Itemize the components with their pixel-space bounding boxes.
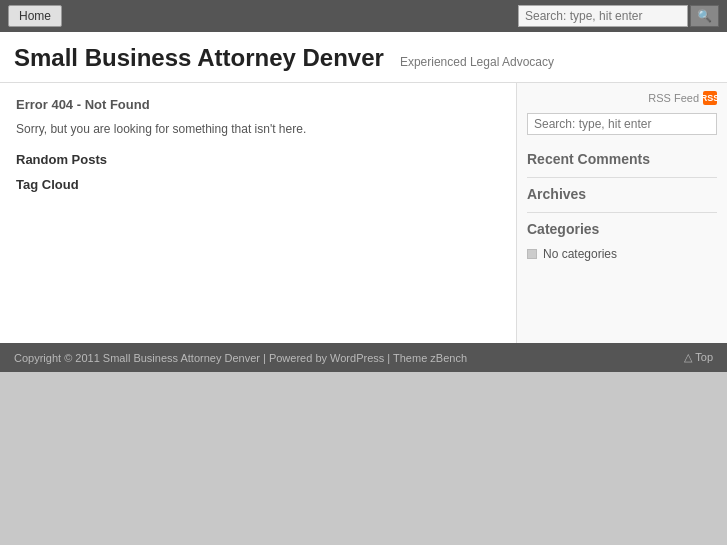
topbar-search-button[interactable]: 🔍	[690, 5, 719, 27]
rss-icon[interactable]: RSS	[703, 91, 717, 105]
topbar-search-area: 🔍	[518, 5, 719, 27]
error-title: Error 404 - Not Found	[16, 97, 500, 112]
sidebar-search	[527, 113, 717, 147]
category-bullet	[527, 249, 537, 259]
footer: Copyright © 2011 Small Business Attorney…	[0, 343, 727, 372]
sidebar-divider-2	[527, 212, 717, 213]
copyright-text: Copyright © 2011 Small Business Attorney…	[14, 352, 467, 364]
archives-title: Archives	[527, 186, 717, 204]
site-tagline: Experienced Legal Advocacy	[400, 55, 554, 69]
home-button[interactable]: Home	[8, 5, 62, 27]
categories-section: Categories No categories	[527, 221, 717, 261]
sidebar-search-input[interactable]	[527, 113, 717, 135]
back-to-top[interactable]: △ Top	[684, 351, 713, 364]
categories-title: Categories	[527, 221, 717, 239]
error-message: Sorry, but you are looking for something…	[16, 122, 500, 136]
gray-area	[0, 372, 727, 452]
site-title: Small Business Attorney Denver	[14, 44, 384, 72]
tag-cloud-heading: Tag Cloud	[16, 177, 500, 192]
topbar: Home 🔍	[0, 0, 727, 32]
no-categories-label: No categories	[543, 247, 617, 261]
sidebar-divider-1	[527, 177, 717, 178]
rss-feed-row: RSS Feed RSS	[527, 91, 717, 105]
topbar-search-input[interactable]	[518, 5, 688, 27]
no-categories-item: No categories	[527, 247, 717, 261]
main-wrapper: Error 404 - Not Found Sorry, but you are…	[0, 83, 727, 343]
rss-feed-label: RSS Feed	[648, 92, 699, 104]
site-header: Small Business Attorney Denver Experienc…	[0, 32, 727, 83]
random-posts-heading: Random Posts	[16, 152, 500, 167]
recent-comments-title: Recent Comments	[527, 151, 717, 169]
sidebar: RSS Feed RSS Recent Comments Archives Ca…	[517, 83, 727, 343]
content-area: Error 404 - Not Found Sorry, but you are…	[0, 83, 517, 343]
